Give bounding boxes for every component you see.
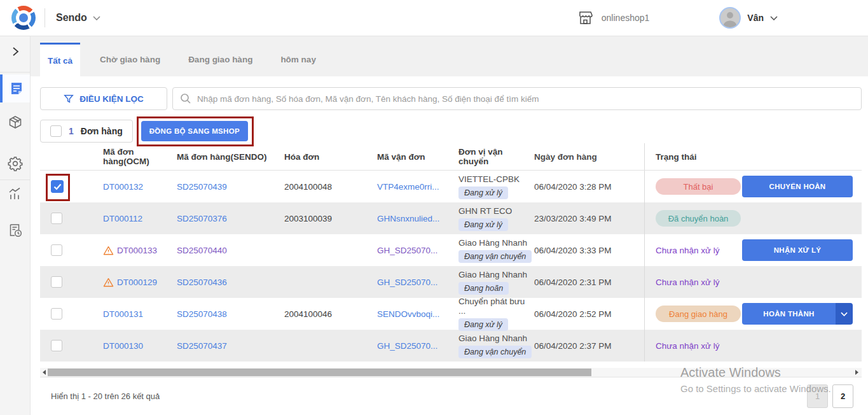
status-badge: Đang giao hàng (656, 306, 741, 322)
order-ocm-link[interactable]: DT000112 (103, 214, 142, 223)
tab-all[interactable]: Tất cả (40, 43, 80, 76)
tracking-link[interactable]: VTP4exme0rri... (377, 182, 439, 192)
invoice-number: 2003100039 (273, 214, 356, 223)
sidebar-item-history[interactable] (0, 218, 30, 243)
col-header-date: Ngày đơn hàng (534, 152, 644, 162)
sidebar-divider (0, 72, 30, 73)
row-checkbox[interactable] (51, 308, 62, 320)
search-icon (180, 93, 191, 104)
tab-delivering[interactable]: Đang giao hàng (179, 43, 262, 76)
sync-button-wrapper: ĐỒNG BỘ SANG MSHOP (141, 121, 248, 141)
sidebar (0, 36, 31, 415)
page-button-2[interactable]: 2 (832, 384, 853, 408)
sidebar-collapse-button[interactable] (0, 39, 30, 64)
chart-icon (8, 186, 23, 202)
status-badge: Đã chuyển hoàn (656, 210, 741, 227)
order-sendo-link[interactable]: SD25070437 (177, 341, 227, 351)
table-row: DT000132 SD25070439 2004100048 VTP4exme0… (40, 171, 862, 202)
accept-processing-button[interactable]: NHẬN XỬ LÝ (742, 239, 853, 261)
selected-label: Đơn hàng (81, 126, 123, 136)
status-text: Chưa nhận xử lý (656, 246, 720, 255)
sidebar-item-statistics[interactable] (0, 181, 30, 207)
return-order-button[interactable]: CHUYỂN HOÀN (742, 176, 853, 197)
carrier-status-badge: Đang hoãn (458, 282, 509, 295)
scrollbar-thumb[interactable] (48, 369, 591, 376)
filter-conditions-button[interactable]: ĐIỀU KIỆN LỌC (40, 87, 167, 110)
col-header-invoice: Hóa đơn (273, 152, 356, 162)
chevron-down-icon (770, 16, 778, 20)
order-ocm-link[interactable]: DT000131 (103, 309, 143, 319)
footer: Hiển thị 1 - 20 trên 26 kết quả 1 2 (40, 377, 862, 415)
sidebar-item-settings[interactable] (0, 151, 30, 176)
row-checkbox[interactable] (51, 340, 62, 351)
carrier-name: GHN RT ECO (458, 206, 534, 216)
order-date: 06/04/2020 2:37 PM (534, 341, 644, 351)
order-sendo-link[interactable]: SD25070438 (177, 309, 227, 319)
col-header-sendo: Mã đơn hàng(SENDO) (168, 152, 273, 162)
status-badge: Thất bại (656, 178, 741, 195)
row-checkbox[interactable] (51, 276, 62, 288)
col-header-ocm: Mã đơn hàng(OCM) (94, 147, 168, 166)
content: ĐIỀU KIỆN LỌC 1 Đơn hàng ĐỒNG BỘ SANG MS… (31, 76, 868, 415)
carrier-status-badge: Đang xử lý (458, 186, 508, 199)
page-button-1[interactable]: 1 (807, 384, 828, 408)
invoice-number: 2004100046 (273, 309, 356, 319)
selection-row: 1 Đơn hàng ĐỒNG BỘ SANG MSHOP (40, 120, 862, 143)
carrier-status-badge: Đang vận chuyển (458, 250, 532, 263)
horizontal-scrollbar[interactable] (40, 368, 862, 377)
scroll-right-arrow[interactable] (853, 368, 860, 377)
chevron-right-icon (11, 47, 20, 56)
tracking-link[interactable]: GH_SD25070... (377, 278, 437, 287)
row-checkbox[interactable] (51, 180, 64, 193)
shop-selector[interactable]: onlineshop1 (577, 11, 650, 25)
order-sendo-link[interactable]: SD25070376 (177, 214, 227, 223)
order-ocm-link[interactable]: DT000129 (117, 278, 157, 287)
complete-order-split-button: HOÀN THÀNH (742, 303, 853, 325)
selected-count: 1 (69, 126, 74, 136)
table-row: DT000130 SD25070437 GH_SD25070... Giao H… (40, 330, 862, 362)
package-icon (8, 115, 23, 130)
app-name-dropdown[interactable]: Sendo (56, 12, 100, 24)
user-menu[interactable]: Vân (719, 7, 778, 29)
tracking-link[interactable]: GH_SD25070... (377, 341, 437, 351)
order-sendo-link[interactable]: SD25070436 (177, 278, 227, 287)
complete-order-button[interactable]: HOÀN THÀNH (742, 303, 836, 325)
carrier-name: Giao Hàng Nhanh (458, 270, 534, 279)
sidebar-item-products[interactable] (0, 109, 30, 135)
scroll-left-arrow[interactable] (40, 368, 48, 377)
sidebar-item-orders[interactable] (0, 74, 30, 102)
order-ocm-link[interactable]: DT000133 (117, 246, 157, 255)
tracking-link[interactable]: GHNsnxnulied... (377, 214, 439, 223)
order-date: 23/03/2020 3:49 PM (534, 214, 644, 223)
main-area: Tất cả Chờ giao hàng Đang giao hàng hôm … (31, 36, 868, 415)
order-document-icon (9, 81, 24, 96)
app-logo-icon (11, 6, 36, 30)
tracking-link[interactable]: GH_SD25070... (377, 246, 437, 255)
order-ocm-link[interactable]: DT000130 (103, 341, 143, 351)
order-ocm-link[interactable]: DT000132 (103, 182, 143, 192)
tab-waiting-delivery[interactable]: Chờ giao hàng (90, 43, 170, 76)
invoice-number: 2004100048 (273, 182, 356, 192)
more-actions-dropdown[interactable] (836, 303, 853, 325)
row-checkbox[interactable] (51, 213, 62, 224)
tab-today[interactable]: hôm nay (271, 43, 326, 76)
report-clock-icon (8, 223, 23, 238)
pagination: 1 2 (807, 384, 853, 408)
sync-to-mshop-button[interactable]: ĐỒNG BỘ SANG MSHOP (141, 121, 248, 141)
chevron-down-icon (93, 16, 100, 20)
order-date: 06/04/2020 2:52 PM (534, 309, 644, 319)
search-input[interactable] (197, 94, 861, 104)
table-row: DT000112 SD25070376 2003100039 GHNsnxnul… (40, 202, 862, 234)
row-checkbox[interactable] (51, 244, 62, 256)
order-sendo-link[interactable]: SD25070440 (177, 246, 227, 255)
order-sendo-link[interactable]: SD25070439 (177, 182, 227, 192)
col-header-carrier: Đơn vị vận chuyển (445, 147, 534, 166)
warning-icon (103, 246, 114, 255)
select-all-checkbox[interactable] (50, 125, 62, 137)
status-text: Chưa nhận xử lý (656, 341, 720, 351)
tab-bar: Tất cả Chờ giao hàng Đang giao hàng hôm … (31, 36, 868, 76)
gear-icon (8, 156, 23, 171)
funnel-icon (64, 94, 74, 104)
carrier-name: Giao Hàng Nhanh (458, 238, 534, 248)
tracking-link[interactable]: SENDOvvboqi... (377, 309, 439, 319)
